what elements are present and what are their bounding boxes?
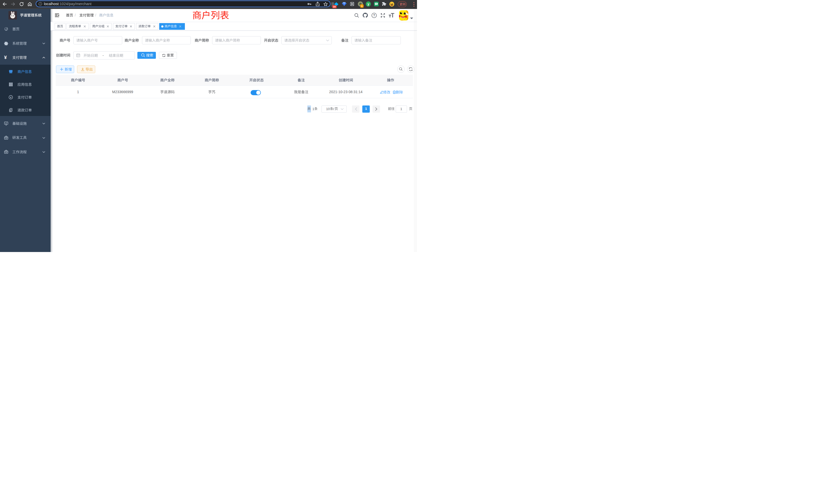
- svg-text:¥: ¥: [10, 96, 12, 99]
- svg-text:y: y: [368, 2, 370, 6]
- svg-text:?: ?: [373, 14, 375, 17]
